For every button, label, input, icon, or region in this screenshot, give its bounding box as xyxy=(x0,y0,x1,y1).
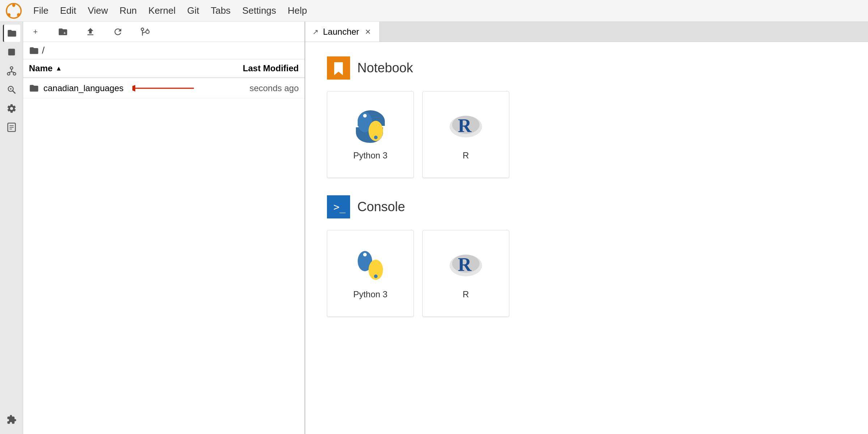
folder-icon xyxy=(29,83,39,93)
notebook-icon xyxy=(327,56,350,80)
launcher-content: Notebook Py xyxy=(305,42,868,434)
menu-help[interactable]: Help xyxy=(288,5,307,16)
file-panel: + + xyxy=(23,22,305,434)
notebook-section-header: Notebook xyxy=(327,56,846,80)
kernel-card-r[interactable]: R R xyxy=(422,91,509,178)
menu-settings[interactable]: Settings xyxy=(242,5,276,16)
svg-point-38 xyxy=(374,275,378,278)
svg-point-2 xyxy=(7,13,10,16)
svg-rect-4 xyxy=(8,49,15,56)
upload-button[interactable] xyxy=(84,25,97,38)
file-toolbar: + + xyxy=(23,22,305,42)
svg-text:R: R xyxy=(458,254,472,275)
console-icon: >_ xyxy=(327,195,350,218)
git-clone-button[interactable]: + xyxy=(139,25,152,38)
svg-point-6 xyxy=(7,73,10,75)
svg-point-21 xyxy=(141,28,144,30)
tab-close-button[interactable]: ✕ xyxy=(363,27,372,36)
refresh-icon xyxy=(113,27,123,37)
menu-git[interactable]: Git xyxy=(187,5,199,16)
sidebar-item-search[interactable] xyxy=(3,81,20,98)
notebook-kernel-cards: Python 3 R R xyxy=(327,91,846,178)
tab-launcher[interactable]: ↗ Launcher ✕ xyxy=(305,22,380,42)
svg-text:+: + xyxy=(63,30,66,35)
tab-label: Launcher xyxy=(323,27,359,37)
puzzle-icon xyxy=(7,414,17,425)
kernel-card-r-label: R xyxy=(463,150,469,161)
console-kernel-cards: Python 3 R R xyxy=(327,230,846,317)
menu-kernel[interactable]: Kernel xyxy=(148,5,175,16)
menu-tabs[interactable]: Tabs xyxy=(211,5,231,16)
sidebar-item-running[interactable] xyxy=(3,43,20,61)
python-logo xyxy=(352,109,388,145)
svg-line-9 xyxy=(8,72,11,72)
kernel-card-console-r-label: R xyxy=(463,289,469,299)
stop-icon xyxy=(7,47,17,57)
breadcrumb: / xyxy=(23,42,305,59)
new-folder-icon: + xyxy=(58,27,68,37)
git-clone-icon: + xyxy=(140,27,150,37)
sidebar-item-file-browser[interactable] xyxy=(3,25,20,42)
menu-view[interactable]: View xyxy=(88,5,108,16)
sidebar-item-pages[interactable] xyxy=(3,119,20,136)
svg-point-5 xyxy=(10,67,13,69)
notebook-section-title: Notebook xyxy=(357,60,413,76)
svg-point-7 xyxy=(13,73,16,75)
search-icon xyxy=(7,85,17,95)
new-folder-button[interactable]: + xyxy=(56,25,69,38)
menu-file[interactable]: File xyxy=(33,5,48,16)
folder-icon xyxy=(7,28,17,38)
svg-point-1 xyxy=(12,4,16,7)
breadcrumb-folder-icon xyxy=(29,46,39,56)
column-modified[interactable]: Last Modified xyxy=(196,63,305,73)
jupyter-logo xyxy=(6,3,22,19)
column-name[interactable]: Name ▲ xyxy=(23,63,196,73)
file-row-name: canadian_languages xyxy=(23,83,203,93)
svg-point-29 xyxy=(363,114,367,118)
file-row-modified: seconds ago xyxy=(203,83,305,93)
svg-text:+: + xyxy=(146,27,149,31)
git-icon xyxy=(7,66,17,76)
menu-bar: File Edit View Run Kernel Git Tabs Setti… xyxy=(0,0,868,22)
sidebar-item-git[interactable] xyxy=(3,62,20,80)
sort-up-icon: ▲ xyxy=(55,65,62,72)
bookmark-icon xyxy=(331,61,346,75)
kernel-card-console-python3[interactable]: Python 3 xyxy=(327,230,414,317)
upload-icon xyxy=(85,27,95,37)
kernel-card-console-python3-label: Python 3 xyxy=(353,289,388,299)
sidebar-item-extensions[interactable] xyxy=(3,411,20,428)
file-list: canadian_languages seconds ago xyxy=(23,78,305,434)
svg-point-3 xyxy=(17,13,20,16)
menu-edit[interactable]: Edit xyxy=(60,5,76,16)
svg-text:R: R xyxy=(458,115,472,136)
svg-point-30 xyxy=(374,136,378,139)
file-name: canadian_languages xyxy=(43,83,124,93)
svg-line-23 xyxy=(142,32,146,33)
tab-bar: ↗ Launcher ✕ xyxy=(305,22,868,42)
main-layout: + + xyxy=(0,22,868,434)
svg-line-12 xyxy=(12,91,15,94)
terminal-icon: >_ xyxy=(331,200,346,214)
r-logo-console: R xyxy=(448,247,484,284)
r-logo: R xyxy=(448,109,484,145)
svg-point-37 xyxy=(363,253,367,256)
kernel-card-python3[interactable]: Python 3 xyxy=(327,91,414,178)
refresh-button[interactable] xyxy=(111,25,124,38)
new-file-button[interactable]: + xyxy=(29,25,42,38)
kernel-card-python3-label: Python 3 xyxy=(353,150,388,161)
svg-line-10 xyxy=(12,72,14,72)
file-list-header: Name ▲ Last Modified xyxy=(23,59,305,78)
svg-text:>_: >_ xyxy=(333,201,346,213)
page-icon xyxy=(7,122,17,132)
table-row[interactable]: canadian_languages seconds ago xyxy=(23,78,305,98)
arrow-annotation xyxy=(132,83,197,93)
console-section-header: >_ Console xyxy=(327,195,846,218)
python-logo-console xyxy=(352,247,388,284)
sidebar-item-settings[interactable] xyxy=(3,100,20,117)
launcher-panel: ↗ Launcher ✕ Notebook xyxy=(305,22,868,434)
breadcrumb-path: / xyxy=(42,45,44,56)
console-section-title: Console xyxy=(357,199,405,214)
settings-icon xyxy=(7,103,17,114)
menu-run[interactable]: Run xyxy=(120,5,137,16)
kernel-card-console-r[interactable]: R R xyxy=(422,230,509,317)
